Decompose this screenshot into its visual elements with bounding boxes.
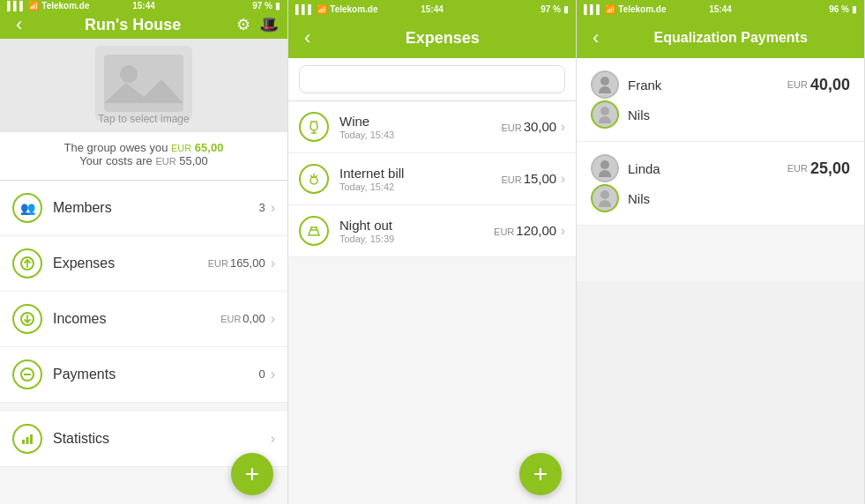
menu-item-incomes[interactable]: Incomes EUR0,00 › <box>0 292 287 347</box>
wifi-icon-2: 📶 <box>317 4 327 14</box>
page-title-2: Expenses <box>317 29 567 48</box>
eq-item-linda: Linda EUR 25,00 Nils <box>577 142 864 226</box>
status-battery-1: 97 % ▮ <box>252 1 280 11</box>
wine-amount: EUR30,00 › <box>501 119 565 135</box>
linda-name: Linda <box>628 161 787 176</box>
internet-chevron: › <box>561 171 565 186</box>
status-bar-2: ▌▌▌ 📶 Telekom.de 15:44 97 % ▮ <box>288 0 576 18</box>
nightout-amount: EUR120,00 › <box>494 223 565 239</box>
avatar-nils-2 <box>591 184 619 212</box>
page-title-3: Equalization Payments <box>606 30 855 46</box>
eq-row-nils-2: Nils <box>591 184 850 212</box>
nightout-icon <box>299 216 329 246</box>
wine-icon <box>299 112 329 142</box>
statistics-icon <box>12 424 42 454</box>
avatar-frank <box>591 70 619 99</box>
signal-icon-3: ▌▌▌ <box>584 4 602 14</box>
search-input[interactable] <box>299 65 565 93</box>
equalization-list: Frank EUR 40,00 Nils <box>577 58 864 281</box>
incomes-chevron: › <box>271 311 275 327</box>
battery-icon-2: ▮ <box>563 4 569 14</box>
nav-bar-1: ‹ Run's House ⚙ 🎩 <box>0 11 287 38</box>
incomes-value: EUR0,00 <box>220 312 265 325</box>
svg-rect-9 <box>30 434 33 444</box>
internet-icon <box>299 164 329 194</box>
menu-item-expenses[interactable]: Expenses EUR165,00 › <box>0 236 287 292</box>
back-button-3[interactable]: ‹ <box>585 25 606 51</box>
hat-icon[interactable]: 🎩 <box>259 15 279 34</box>
expenses-value: EUR165,00 <box>208 256 265 270</box>
internet-info: Internet bill Today, 15:42 <box>339 166 501 192</box>
eq-row-nils-1: Nils <box>591 100 850 129</box>
expense-list: Wine Today, 15:43 EUR30,00 › Internet bi… <box>288 101 576 448</box>
members-value: 3 <box>258 201 265 214</box>
nav-actions-1: ⚙ 🎩 <box>236 15 279 34</box>
internet-name: Internet bill <box>339 166 501 181</box>
fab-area-1: + <box>0 467 287 504</box>
svg-rect-1 <box>104 55 183 112</box>
eq-empty-area <box>577 281 864 504</box>
internet-date: Today, 15:42 <box>339 182 501 192</box>
linda-amount: 25,00 <box>810 159 850 178</box>
svg-rect-7 <box>22 440 25 444</box>
wifi-icon-3: 📶 <box>605 4 615 14</box>
nightout-chevron: › <box>561 223 565 238</box>
status-bar-1: ▌▌▌ 📶 Telekom.de 15:44 97 % ▮ <box>0 0 287 11</box>
signal-icon-2: ▌▌▌ <box>295 4 314 14</box>
signal-icon: ▌▌▌ <box>7 1 26 11</box>
add-button-1[interactable]: + <box>231 453 273 495</box>
expense-item-nightout[interactable]: Night out Today, 15:39 EUR120,00 › <box>288 205 576 257</box>
menu-item-payments[interactable]: Payments 0 › <box>0 347 287 403</box>
page-title-1: Run's House <box>29 16 236 34</box>
settings-icon[interactable]: ⚙ <box>236 15 250 34</box>
incomes-icon <box>12 304 42 334</box>
panel-runs-house: ▌▌▌ 📶 Telekom.de 15:44 97 % ▮ ‹ Run's Ho… <box>0 0 288 504</box>
frank-name: Frank <box>628 78 787 93</box>
payments-value: 0 <box>258 367 265 381</box>
avatar-nils-1 <box>591 100 619 129</box>
wine-chevron: › <box>561 119 565 134</box>
payments-label: Payments <box>53 367 258 382</box>
svg-point-12 <box>310 177 317 184</box>
nightout-date: Today, 15:39 <box>339 233 494 244</box>
expense-item-internet[interactable]: Internet bill Today, 15:42 EUR15,00 › <box>288 153 576 205</box>
payments-icon <box>12 359 42 389</box>
nightout-name: Night out <box>339 218 494 233</box>
battery-icon: ▮ <box>275 1 280 11</box>
payments-chevron: › <box>271 367 275 382</box>
battery-icon-3: ▮ <box>852 4 857 14</box>
menu-spacer <box>0 403 287 411</box>
members-chevron: › <box>271 200 275 216</box>
wine-name: Wine <box>339 114 501 129</box>
menu-item-members[interactable]: 👥 Members 3 › <box>0 181 287 236</box>
status-carrier-2: ▌▌▌ 📶 Telekom.de <box>295 4 378 14</box>
frank-amount: 40,00 <box>810 76 850 94</box>
nav-bar-2: ‹ Expenses <box>288 18 576 58</box>
avatar-linda <box>591 154 619 182</box>
back-button-1[interactable]: ‹ <box>9 11 29 38</box>
nightout-info: Night out Today, 15:39 <box>339 218 494 244</box>
status-carrier-1: ▌▌▌ 📶 Telekom.de <box>7 1 90 11</box>
wine-date: Today, 15:43 <box>339 130 501 140</box>
expense-item-wine[interactable]: Wine Today, 15:43 EUR30,00 › <box>288 101 576 153</box>
tap-label: Tap to select image <box>0 113 287 125</box>
add-button-2[interactable]: + <box>519 453 562 495</box>
svg-point-2 <box>120 65 138 83</box>
status-battery-2: 97 % ▮ <box>541 4 569 14</box>
image-area[interactable]: Tap to select image <box>0 39 287 132</box>
members-icon: 👥 <box>12 193 42 223</box>
panel-expenses: ▌▌▌ 📶 Telekom.de 15:44 97 % ▮ ‹ Expenses <box>288 0 577 504</box>
expenses-icon <box>12 248 42 278</box>
eq-row-linda: Linda EUR 25,00 <box>591 154 850 182</box>
status-battery-3: 96 % ▮ <box>829 4 857 14</box>
menu-list: 👥 Members 3 › Expenses EUR165,00 › <box>0 181 287 467</box>
panel-equalization: ▌▌▌ 📶 Telekom.de 15:44 96 % ▮ ‹ Equaliza… <box>577 0 865 504</box>
back-button-2[interactable]: ‹ <box>297 25 317 51</box>
expenses-chevron: › <box>271 256 275 271</box>
frank-eur: EUR <box>787 79 808 90</box>
nils-name-1: Nils <box>628 107 850 122</box>
status-carrier-3: ▌▌▌ 📶 Telekom.de <box>584 4 667 14</box>
status-bar-3: ▌▌▌ 📶 Telekom.de 15:44 96 % ▮ <box>577 0 864 18</box>
statistics-label: Statistics <box>53 431 271 447</box>
owes-line: The group owes you EUR 65,00 <box>14 141 273 154</box>
